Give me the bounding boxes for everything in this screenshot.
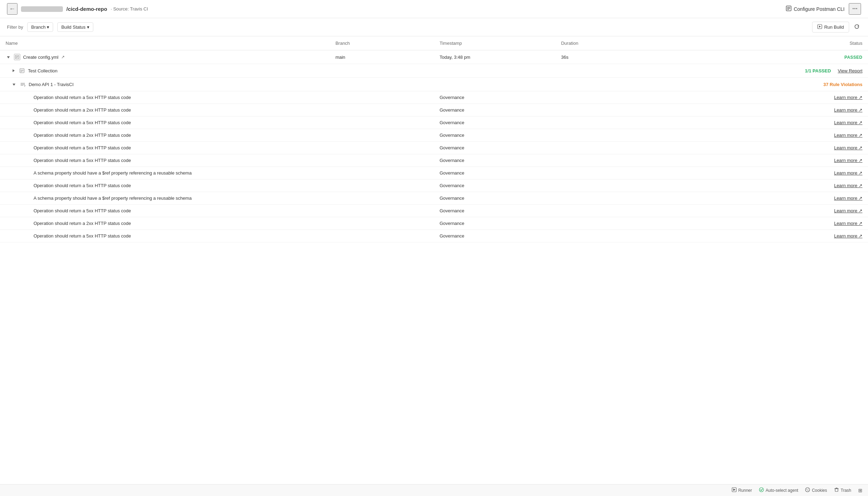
filter-left: Filter by Branch ▾ Build Status ▾ — [7, 22, 93, 32]
violation-timestamp-4: Governance — [434, 142, 556, 154]
repo-path-blurred — [21, 6, 63, 12]
table-row: A schema property should have a $ref pro… — [0, 192, 868, 205]
runner-icon — [732, 487, 737, 493]
violation-timestamp-5: Governance — [434, 154, 556, 167]
violation-timestamp-0: Governance — [434, 91, 556, 104]
back-button[interactable]: ← — [7, 3, 17, 15]
filter-bar: Filter by Branch ▾ Build Status ▾ Run Bu… — [0, 18, 868, 36]
violation-name-cell-6: A schema property should have a $ref pro… — [0, 167, 330, 179]
violation-status-11: Learn more ↗ — [660, 230, 868, 242]
violation-branch-11 — [330, 230, 434, 242]
collection-row-name: Test Collection — [28, 68, 58, 73]
branch-filter-dropdown[interactable]: Branch ▾ — [27, 22, 53, 32]
violation-duration-7 — [556, 179, 660, 192]
learn-more-link-2[interactable]: Learn more ↗ — [834, 120, 862, 125]
table-row: Operation should return a 5xx HTTP statu… — [0, 154, 868, 167]
learn-more-link-5[interactable]: Learn more ↗ — [834, 158, 862, 163]
config-file-icon — [14, 54, 20, 60]
col-header-name: Name — [0, 36, 330, 50]
violation-timestamp-3: Governance — [434, 129, 556, 142]
main-row-branch: main — [330, 50, 434, 64]
violation-duration-8 — [556, 192, 660, 205]
violation-timestamp-2: Governance — [434, 116, 556, 129]
learn-more-link-9[interactable]: Learn more ↗ — [834, 208, 862, 213]
violation-name-cell-7: Operation should return a 5xx HTTP statu… — [0, 179, 330, 192]
svg-marker-15 — [733, 489, 735, 491]
violation-name-1: Operation should return a 2xx HTTP statu… — [34, 107, 131, 113]
view-report-link[interactable]: View Report — [838, 68, 862, 73]
svg-marker-2 — [819, 26, 821, 28]
violation-name-cell-0: Operation should return a 5xx HTTP statu… — [0, 91, 330, 104]
violation-name-5: Operation should return a 5xx HTTP statu… — [34, 158, 131, 163]
violation-name-2: Operation should return a 5xx HTTP statu… — [34, 120, 131, 125]
learn-more-link-10[interactable]: Learn more ↗ — [834, 221, 862, 226]
learn-more-link-8[interactable]: Learn more ↗ — [834, 196, 862, 201]
api-row-status: 37 Rule Violations — [660, 78, 868, 91]
violation-timestamp-7: Governance — [434, 179, 556, 192]
branch-filter-label: Branch — [31, 24, 45, 30]
api-icon — [20, 81, 26, 87]
api-row-expand-button[interactable] — [11, 82, 17, 87]
auto-select-agent-item[interactable]: Auto-select agent — [759, 487, 798, 493]
trash-icon — [834, 487, 839, 493]
build-status-chevron-icon: ▾ — [87, 24, 89, 30]
table-row: Operation should return a 2xx HTTP statu… — [0, 104, 868, 116]
violation-name-cell-1: Operation should return a 2xx HTTP statu… — [0, 104, 330, 116]
external-link-icon[interactable]: ↗ — [61, 55, 65, 59]
collection-row-status: 1/1 PASSED View Report — [660, 64, 868, 78]
runner-status-item[interactable]: Runner — [732, 487, 752, 493]
violation-branch-3 — [330, 129, 434, 142]
trash-label: Trash — [841, 488, 851, 493]
violation-status-4: Learn more ↗ — [660, 142, 868, 154]
grid-layout-icon[interactable]: ⊞ — [858, 488, 862, 493]
cookies-item[interactable]: Cookies — [805, 487, 827, 493]
violation-status-6: Learn more ↗ — [660, 167, 868, 179]
main-row-expand-button[interactable] — [6, 54, 11, 60]
violation-timestamp-11: Governance — [434, 230, 556, 242]
collection-row-expand-button[interactable] — [11, 68, 16, 73]
repo-name: /cicd-demo-repo — [66, 6, 107, 12]
violation-name-cell-2: Operation should return a 5xx HTTP statu… — [0, 116, 330, 129]
violation-name-cell-11: Operation should return a 5xx HTTP statu… — [0, 230, 330, 242]
violation-name-7: Operation should return a 5xx HTTP statu… — [34, 183, 131, 188]
learn-more-link-4[interactable]: Learn more ↗ — [834, 145, 862, 150]
builds-table: Name Branch Timestamp Duration Status — [0, 36, 868, 242]
violation-name-3: Operation should return a 2xx HTTP statu… — [34, 133, 131, 138]
api-row-name-cell: Demo API 1 - TravisCI — [0, 78, 330, 91]
learn-more-link-1[interactable]: Learn more ↗ — [834, 107, 862, 113]
build-status-filter-label: Build Status — [61, 24, 85, 30]
run-build-button[interactable]: Run Build — [812, 22, 849, 33]
api-row-timestamp — [434, 78, 556, 91]
configure-btn-label: Configure Postman CLI — [794, 6, 845, 12]
collection-row-branch — [330, 64, 434, 78]
violation-status-5: Learn more ↗ — [660, 154, 868, 167]
configure-postman-cli-button[interactable]: Configure Postman CLI — [786, 6, 845, 12]
learn-more-link-11[interactable]: Learn more ↗ — [834, 233, 862, 239]
violation-timestamp-9: Governance — [434, 205, 556, 217]
learn-more-link-3[interactable]: Learn more ↗ — [834, 133, 862, 138]
collection-row-duration — [556, 64, 660, 78]
table-row: Operation should return a 5xx HTTP statu… — [0, 230, 868, 242]
branch-chevron-icon: ▾ — [47, 24, 49, 30]
trash-item[interactable]: Trash — [834, 487, 851, 493]
violation-branch-5 — [330, 154, 434, 167]
learn-more-link-7[interactable]: Learn more ↗ — [834, 183, 862, 188]
violation-branch-7 — [330, 179, 434, 192]
table-row: Operation should return a 5xx HTTP statu… — [0, 91, 868, 104]
violation-duration-5 — [556, 154, 660, 167]
col-header-timestamp: Timestamp — [434, 36, 556, 50]
refresh-button[interactable] — [853, 22, 861, 32]
api-row-name: Demo API 1 - TravisCI — [29, 82, 74, 87]
learn-more-link-0[interactable]: Learn more ↗ — [834, 95, 862, 100]
violation-name-4: Operation should return a 5xx HTTP statu… — [34, 145, 131, 150]
violation-status-8: Learn more ↗ — [660, 192, 868, 205]
violation-name-8: A schema property should have a $ref pro… — [34, 196, 191, 201]
table-header-row: Name Branch Timestamp Duration Status — [0, 36, 868, 50]
auto-select-label: Auto-select agent — [766, 488, 798, 493]
chevron-right-icon — [13, 69, 15, 72]
more-options-button[interactable]: ··· — [849, 3, 861, 15]
main-row-name-cell: Create config.yml ↗ — [0, 50, 330, 64]
learn-more-link-6[interactable]: Learn more ↗ — [834, 170, 862, 176]
cookies-label: Cookies — [812, 488, 827, 493]
build-status-filter-dropdown[interactable]: Build Status ▾ — [57, 22, 93, 32]
